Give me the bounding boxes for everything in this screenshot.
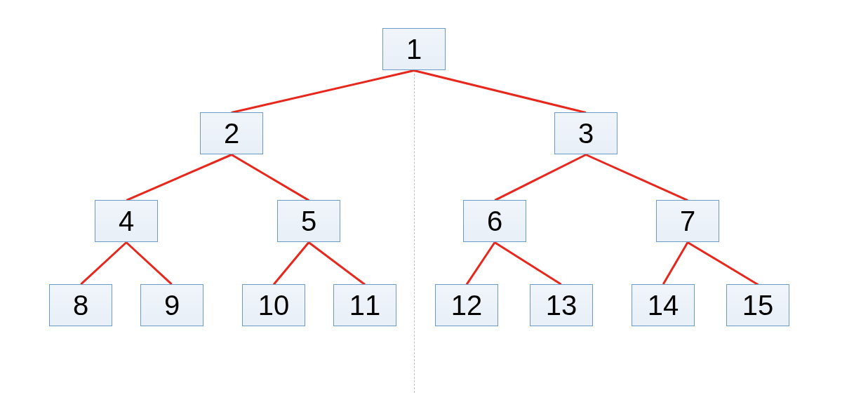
tree-edge xyxy=(80,241,127,285)
tree-edge xyxy=(126,241,173,285)
tree-node-10: 10 xyxy=(242,284,305,326)
tree-node-5: 5 xyxy=(277,200,340,242)
tree-node-4: 4 xyxy=(95,200,158,242)
tree-node-7: 7 xyxy=(656,200,719,242)
tree-edge xyxy=(494,241,562,286)
tree-edge xyxy=(466,241,495,285)
binary-tree-diagram: 123456789101112131415 xyxy=(0,0,868,395)
tree-node-8: 8 xyxy=(49,284,112,326)
tree-node-11: 11 xyxy=(333,284,396,326)
tree-node-14: 14 xyxy=(632,284,695,326)
tree-node-12: 12 xyxy=(435,284,498,326)
vertical-divider xyxy=(414,70,415,393)
tree-edge xyxy=(687,241,759,286)
tree-node-1: 1 xyxy=(382,28,446,70)
tree-edge xyxy=(231,154,309,201)
tree-edge xyxy=(414,69,587,114)
tree-edge xyxy=(126,154,232,201)
tree-node-3: 3 xyxy=(554,112,617,154)
tree-node-9: 9 xyxy=(140,284,203,326)
tree-node-15: 15 xyxy=(726,284,789,326)
tree-node-6: 6 xyxy=(463,200,526,242)
tree-edge xyxy=(662,241,689,285)
tree-edge xyxy=(585,154,688,201)
tree-edge xyxy=(232,69,415,114)
tree-node-13: 13 xyxy=(530,284,593,326)
tree-node-2: 2 xyxy=(200,112,263,154)
tree-edge xyxy=(273,241,309,285)
tree-edge xyxy=(308,241,366,285)
tree-edge xyxy=(494,154,586,201)
